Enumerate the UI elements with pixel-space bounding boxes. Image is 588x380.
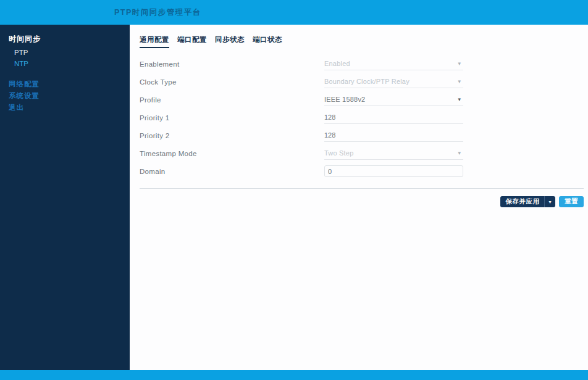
form-row: Priority 2	[140, 126, 584, 144]
priority1-input[interactable]	[324, 112, 463, 124]
general-config-form: Enablement Enabled ▾ Clock Type Boundary…	[140, 55, 584, 180]
main-content: 通用配置 端口配置 同步状态 端口状态 Enablement Enabled ▾…	[130, 25, 588, 370]
chevron-down-icon: ▾	[458, 151, 463, 156]
select-value: IEEE 1588v2	[324, 96, 365, 103]
select-value: Enabled	[324, 60, 350, 67]
app-title: PTP时间同步管理平台	[114, 7, 201, 18]
field-label: Enablement	[140, 60, 324, 68]
field-label: Profile	[140, 96, 324, 104]
profile-select[interactable]: IEEE 1588v2 ▾	[324, 93, 463, 106]
section-divider	[140, 188, 584, 189]
app-header: PTP时间同步管理平台	[0, 0, 588, 25]
sidebar-item-network-config[interactable]: 网络配置	[9, 80, 130, 89]
clock-type-select[interactable]: Boundary Clock/PTP Relay ▾	[324, 75, 463, 88]
form-row: Enablement Enabled ▾	[140, 55, 584, 73]
field-label: Priority 1	[140, 114, 324, 122]
form-row: Timestamp Mode Two Step ▾	[140, 144, 584, 162]
form-row: Clock Type Boundary Clock/PTP Relay ▾	[140, 73, 584, 91]
field-label: Priority 2	[140, 132, 324, 139]
chevron-down-icon: ▾	[458, 79, 463, 85]
tab-general-config[interactable]: 通用配置	[140, 35, 169, 48]
save-apply-button[interactable]: 保存并应用	[500, 196, 544, 207]
sidebar-item-ptp[interactable]: PTP	[9, 49, 130, 56]
select-value: Two Step	[324, 149, 353, 157]
sidebar-item-ntp[interactable]: NTP	[9, 60, 130, 67]
tab-port-config[interactable]: 端口配置	[177, 35, 207, 48]
field-label: Domain	[140, 168, 324, 175]
chevron-down-icon: ▾	[548, 199, 552, 205]
sidebar-item-system-settings[interactable]: 系统设置	[9, 91, 130, 101]
sidebar: 时间同步 PTP NTP 网络配置 系统设置 退出	[0, 25, 130, 370]
save-apply-dropdown-button[interactable]: ▾	[544, 196, 555, 207]
tab-sync-status[interactable]: 同步状态	[215, 35, 245, 48]
tab-bar: 通用配置 端口配置 同步状态 端口状态	[140, 35, 584, 48]
chevron-down-icon: ▾	[458, 97, 463, 102]
tab-port-status[interactable]: 端口状态	[253, 35, 282, 48]
chevron-down-icon: ▾	[458, 61, 463, 67]
sidebar-item-logout[interactable]: 退出	[9, 103, 130, 112]
priority2-input[interactable]	[324, 130, 463, 142]
reset-button[interactable]: 重置	[559, 196, 584, 207]
select-value: Boundary Clock/PTP Relay	[324, 78, 410, 85]
form-row: Profile IEEE 1588v2 ▾	[140, 91, 584, 109]
domain-input[interactable]	[324, 165, 463, 177]
field-label: Timestamp Mode	[140, 150, 324, 157]
action-bar: 保存并应用 ▾ 重置	[140, 196, 584, 207]
form-row: Priority 1	[140, 109, 584, 126]
enablement-select[interactable]: Enabled ▾	[324, 57, 463, 70]
form-row: Domain	[140, 162, 584, 180]
sidebar-section-time-sync: 时间同步	[9, 34, 130, 44]
field-label: Clock Type	[140, 78, 324, 86]
footer-bar	[0, 370, 588, 380]
timestamp-mode-select[interactable]: Two Step ▾	[324, 147, 463, 160]
